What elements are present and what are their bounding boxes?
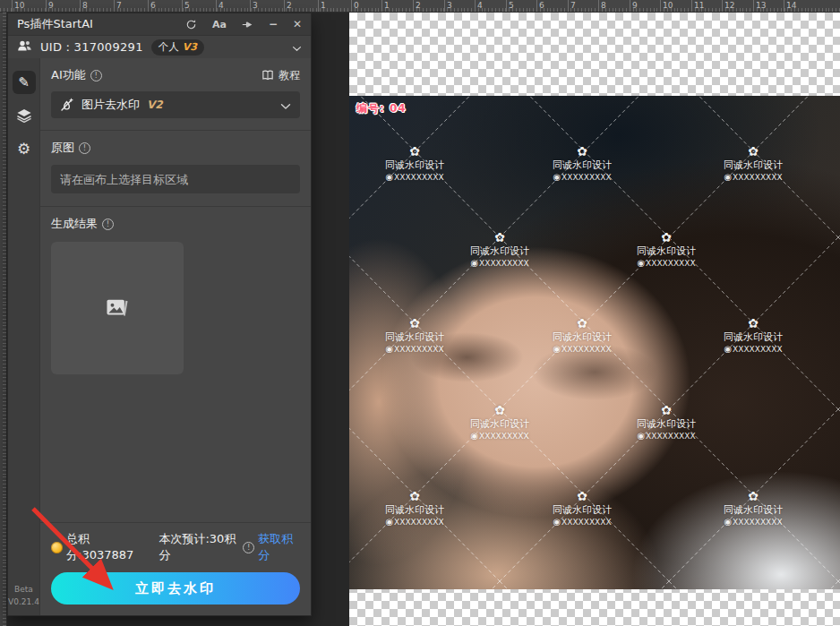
photoshop-workspace: { "window": { "title": "Ps插件StartAI", "f… bbox=[0, 0, 840, 626]
ruler-label: 12 bbox=[724, 0, 734, 12]
watermark: ✿同诚水印设计◉XXXXXXXXX bbox=[637, 231, 696, 269]
ruler-label: 3 bbox=[253, 0, 258, 12]
watermark-id: ◉XXXXXXXXX bbox=[553, 344, 612, 355]
watermark-id: ◉XXXXXXXXX bbox=[470, 258, 529, 269]
info-icon[interactable] bbox=[243, 542, 254, 553]
chevron-down-icon bbox=[280, 97, 291, 114]
beta-version: Beta V0.21.4 bbox=[8, 584, 39, 615]
watermark-text: 同诚水印设计 bbox=[724, 159, 783, 172]
tab-layers[interactable] bbox=[16, 108, 32, 126]
camera-icon: ◉ bbox=[385, 344, 393, 354]
ruler-label: 8 bbox=[82, 0, 88, 12]
ruler-tick bbox=[475, 0, 476, 12]
result-placeholder bbox=[51, 242, 184, 374]
ruler-label: 9 bbox=[632, 0, 638, 12]
camera-icon: ◉ bbox=[724, 344, 732, 354]
camera-icon: ◉ bbox=[637, 431, 645, 441]
account-row[interactable]: UID：317009291 个人 V3 bbox=[8, 35, 311, 58]
watermark: ✿同诚水印设计◉XXXXXXXXX bbox=[724, 490, 783, 527]
ruler-tick bbox=[182, 0, 183, 12]
ruler-tick bbox=[318, 0, 319, 12]
coin-icon bbox=[51, 542, 63, 553]
flower-icon: ✿ bbox=[724, 490, 783, 502]
source-section-header: 原图 bbox=[40, 131, 311, 162]
camera-icon: ◉ bbox=[470, 431, 478, 441]
close-icon[interactable]: ✕ bbox=[293, 18, 302, 30]
watermark-text: 同诚水印设计 bbox=[385, 504, 444, 517]
ruler-tick bbox=[351, 0, 352, 12]
ruler-tick bbox=[753, 0, 754, 12]
ruler-label: 3 bbox=[447, 0, 452, 12]
watermark-text: 同诚水印设计 bbox=[553, 331, 612, 344]
photo-portrait[interactable]: ✿同诚水印设计◉XXXXXXXXX✿同诚水印设计◉XXXXXXXXX✿同诚水印设… bbox=[349, 96, 840, 589]
tool-sidebar: ✎ ⚙ Beta V0.21.4 bbox=[8, 58, 40, 615]
document-canvas[interactable]: ✿同诚水印设计◉XXXXXXXXX✿同诚水印设计◉XXXXXXXXX✿同诚水印设… bbox=[349, 13, 840, 626]
info-icon[interactable] bbox=[102, 219, 114, 230]
watermark-id: ◉XXXXXXXXX bbox=[724, 172, 783, 183]
camera-icon: ◉ bbox=[385, 517, 393, 527]
panel-titlebar[interactable]: Ps插件StartAI Aa − ✕ bbox=[8, 13, 311, 35]
font-size-icon[interactable]: Aa bbox=[212, 19, 227, 30]
panel-footer: 总积分:3037887 本次预计:30积分 获取积分 立即去水印 bbox=[40, 522, 311, 615]
user-group-icon bbox=[17, 39, 32, 56]
chevron-down-icon[interactable] bbox=[292, 39, 302, 56]
watermark: ✿同诚水印设计◉XXXXXXXXX bbox=[553, 317, 612, 355]
ruler-label: 5 bbox=[509, 0, 514, 12]
ruler-label: 1 bbox=[384, 0, 390, 12]
camera-icon: ◉ bbox=[553, 517, 561, 527]
remove-watermark-button[interactable]: 立即去水印 bbox=[51, 572, 300, 605]
tab-settings[interactable]: ⚙ bbox=[17, 141, 30, 158]
ruler-label: 6 bbox=[150, 0, 156, 12]
watermark-text: 同诚水印设计 bbox=[385, 331, 444, 344]
watermark-text: 同诚水印设计 bbox=[470, 418, 529, 431]
ruler-tick bbox=[568, 0, 569, 12]
pin-icon[interactable] bbox=[242, 19, 253, 30]
flower-icon: ✿ bbox=[637, 404, 696, 416]
watermark: ✿同诚水印设计◉XXXXXXXXX bbox=[553, 145, 612, 183]
tutorial-link[interactable]: 教程 bbox=[261, 68, 300, 83]
feature-dropdown[interactable]: 图片去水印 V2 bbox=[51, 91, 300, 118]
watermark: ✿同诚水印设计◉XXXXXXXXX bbox=[470, 231, 529, 269]
ruler-label: 4 bbox=[477, 0, 483, 12]
ruler-label: 1 bbox=[321, 0, 326, 12]
watermark-text: 同诚水印设计 bbox=[385, 159, 444, 172]
flower-icon: ✿ bbox=[724, 317, 783, 330]
pencil-icon: ✎ bbox=[18, 74, 30, 90]
camera-icon: ◉ bbox=[724, 517, 732, 527]
get-points-link[interactable]: 获取积分 bbox=[258, 531, 300, 563]
info-icon[interactable] bbox=[90, 70, 102, 81]
plan-version: V3 bbox=[183, 41, 197, 53]
tab-edit-tools[interactable]: ✎ bbox=[13, 71, 36, 94]
watermark-id: ◉XXXXXXXXX bbox=[724, 517, 783, 527]
watermark-text: 同诚水印设计 bbox=[637, 245, 696, 258]
info-icon[interactable] bbox=[79, 142, 90, 154]
minimize-icon[interactable]: − bbox=[269, 18, 278, 30]
flower-icon: ✿ bbox=[385, 317, 444, 330]
ruler-label: 11 bbox=[694, 0, 704, 12]
watermark: ✿同诚水印设计◉XXXXXXXXX bbox=[385, 490, 444, 527]
watermark: ✿同诚水印设计◉XXXXXXXXX bbox=[724, 145, 783, 183]
flower-icon: ✿ bbox=[385, 490, 444, 502]
gear-icon: ⚙ bbox=[17, 140, 30, 158]
source-region-input[interactable] bbox=[51, 165, 300, 193]
ruler-tick bbox=[12, 0, 13, 12]
ruler-tick bbox=[660, 0, 661, 12]
ruler-horizontal: 1098765432101234567891011121314 bbox=[0, 0, 840, 13]
ruler-tick bbox=[691, 0, 692, 12]
watermark: ✿同诚水印设计◉XXXXXXXXX bbox=[385, 145, 444, 183]
ai-section-header: AI功能 教程 bbox=[40, 58, 311, 90]
ruler-tick bbox=[630, 0, 630, 12]
ai-section-title: AI功能 bbox=[51, 67, 86, 83]
refresh-icon[interactable] bbox=[185, 19, 197, 30]
ruler-label: 4 bbox=[219, 0, 224, 12]
photo-number-label: 编号: 04 bbox=[356, 101, 407, 116]
flower-icon: ✿ bbox=[553, 490, 612, 502]
ruler-tick bbox=[444, 0, 445, 12]
ruler-tick bbox=[536, 0, 537, 12]
feature-version: V2 bbox=[147, 99, 163, 111]
watermark-id: ◉XXXXXXXXX bbox=[385, 517, 444, 527]
camera-icon: ◉ bbox=[553, 172, 561, 182]
source-section-title: 原图 bbox=[51, 140, 74, 156]
ruler-tick bbox=[784, 0, 784, 12]
flower-icon: ✿ bbox=[385, 145, 444, 158]
